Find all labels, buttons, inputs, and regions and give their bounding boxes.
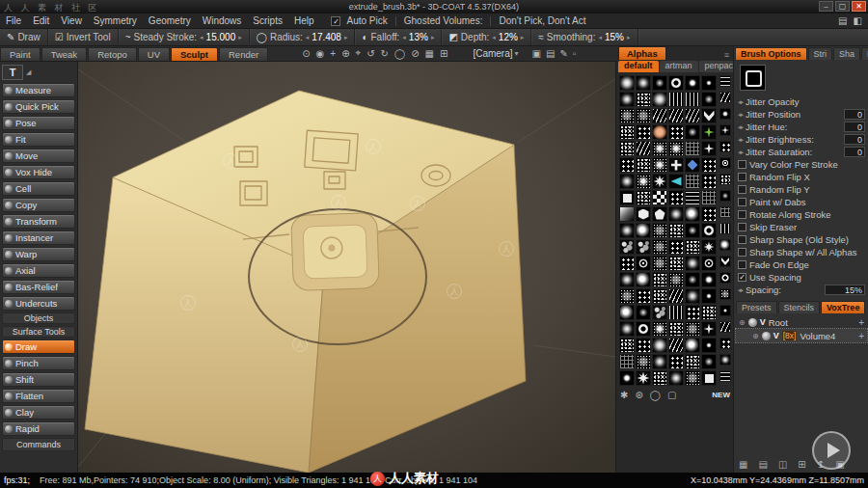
expand-icon[interactable]: ⊕ [739, 318, 746, 327]
alpha-cell[interactable] [619, 239, 635, 255]
alpha-strip-cell[interactable] [719, 256, 731, 267]
alpha-strip-cell[interactable] [719, 239, 731, 251]
alpha-cell[interactable] [652, 370, 667, 386]
alpha-cell[interactable] [701, 305, 717, 320]
alpha-cell[interactable] [668, 338, 684, 353]
alpha-strip-cell[interactable] [719, 370, 731, 382]
alpha-cell[interactable] [668, 92, 684, 107]
alphas-subtab-artman[interactable]: artman [660, 61, 698, 72]
spinner-left-icon[interactable]: ◂ [598, 34, 602, 41]
alpha-cell[interactable] [636, 272, 651, 287]
alpha-cell[interactable] [652, 256, 667, 271]
alpha-cell[interactable] [636, 206, 651, 222]
option-random-flip-y[interactable]: Random Flip Y [736, 183, 867, 196]
alpha-cell[interactable] [619, 272, 635, 287]
alphas-footer-icon-1[interactable]: ⊛ [635, 390, 642, 400]
slider-jitter-hue[interactable]: ◂▸Jitter Hue:0 [736, 121, 867, 133]
alpha-cell[interactable] [685, 124, 700, 140]
tool-copy[interactable]: Copy [2, 198, 75, 212]
alpha-cell[interactable] [701, 354, 717, 369]
option-sharp-shape-w-all-alphas[interactable]: Sharp Shape w/ All Alphas [736, 246, 867, 258]
brush-tab-stri[interactable]: Stri [808, 47, 833, 60]
text-tool-button[interactable]: T [2, 65, 23, 80]
alpha-cell[interactable] [619, 288, 635, 304]
menubar-icon-1[interactable]: ◧ [854, 15, 862, 26]
panel-footer-icon-1[interactable]: ▤ [758, 459, 767, 470]
menu-windows[interactable]: Windows [197, 15, 248, 26]
panel-menu-icon[interactable]: ≡ [724, 50, 729, 60]
title-bar[interactable]: 人 人 素 材 社 区 extrude_brush.3b* - 3D-COAT … [0, 0, 868, 14]
alpha-cell[interactable] [685, 108, 700, 123]
alpha-cell[interactable] [668, 75, 684, 91]
alpha-strip-cell[interactable] [719, 272, 731, 284]
tool-draw[interactable]: Draw [2, 339, 75, 354]
checkbox[interactable] [738, 235, 746, 244]
alpha-cell[interactable] [701, 108, 717, 123]
alpha-cell[interactable] [685, 190, 700, 205]
tool-fit[interactable]: Fit [2, 132, 75, 147]
alpha-cell[interactable] [685, 223, 700, 238]
alpha-cell[interactable] [619, 108, 635, 123]
spinner-right-icon[interactable]: ▸ [344, 34, 348, 41]
surface-tools-section-header[interactable]: Surface Tools [2, 326, 75, 338]
alpha-cell[interactable] [701, 321, 717, 337]
expand-icon[interactable]: ⊕ [752, 332, 759, 340]
alpha-cell[interactable] [636, 370, 651, 386]
alpha-cell[interactable] [636, 92, 651, 107]
alphas-footer-icon-3[interactable]: ▢ [667, 390, 676, 400]
tab-retopo[interactable]: Retopo [88, 47, 137, 61]
alpha-cell[interactable] [636, 174, 651, 189]
checkbox[interactable] [738, 223, 746, 231]
tab-tweak[interactable]: Tweak [41, 47, 87, 61]
tool-undercuts[interactable]: Undercuts [2, 296, 75, 311]
alpha-strip-cell[interactable] [719, 354, 731, 366]
alpha-cell[interactable] [668, 288, 684, 304]
alpha-cell[interactable] [701, 223, 717, 238]
alpha-cell[interactable] [619, 223, 635, 238]
alpha-cell[interactable] [619, 338, 635, 353]
alpha-cell[interactable] [652, 190, 667, 205]
alpha-cell[interactable] [668, 108, 684, 123]
alpha-cell[interactable] [652, 305, 667, 320]
checkbox[interactable] [738, 173, 746, 181]
option-fade-on-edge[interactable]: Fade On Edge [736, 258, 867, 271]
alpha-cell[interactable] [652, 75, 667, 91]
option-paint-w-dabs[interactable]: Paint w/ Dabs [736, 196, 867, 208]
spacing-slider[interactable]: ◂▸Spacing:15% [736, 284, 867, 296]
alpha-cell[interactable] [701, 75, 717, 91]
tab-uv[interactable]: UV [138, 47, 170, 61]
brush-tab-brush-options[interactable]: Brush Options [735, 47, 807, 60]
alpha-cell[interactable] [685, 256, 700, 271]
commands-header[interactable]: Commands [2, 438, 75, 451]
tool-cell[interactable]: Cell [2, 181, 75, 196]
alpha-cell[interactable] [685, 206, 700, 222]
alpha-strip-cell[interactable] [719, 338, 731, 349]
alpha-cell[interactable] [652, 288, 667, 304]
tool-vox-hide[interactable]: Vox Hide [2, 165, 75, 179]
checkbox[interactable]: ✓ [738, 273, 746, 282]
alpha-cell[interactable] [668, 141, 684, 156]
alpha-cell[interactable] [701, 272, 717, 287]
alpha-cell[interactable] [619, 305, 635, 320]
add-volume-icon[interactable]: + [858, 331, 864, 341]
tool-clay[interactable]: Clay [2, 405, 75, 420]
panel-footer-icon-0[interactable]: ▦ [739, 459, 747, 470]
tab-render[interactable]: Render [219, 47, 268, 61]
tool-transform[interactable]: Transform [2, 214, 75, 229]
tool-move[interactable]: Move [2, 149, 75, 163]
alpha-cell[interactable] [685, 354, 700, 369]
alpha-cell[interactable] [619, 92, 635, 107]
view-icon-5[interactable]: ↺ [366, 48, 374, 59]
brush-shape-preview[interactable] [740, 65, 766, 91]
alpha-cell[interactable] [685, 141, 700, 156]
alpha-cell[interactable] [619, 370, 635, 386]
alpha-cell[interactable] [652, 124, 667, 140]
view-icon-9[interactable]: ▦ [425, 48, 434, 59]
tool-pinch[interactable]: Pinch [2, 356, 75, 370]
alpha-strip-cell[interactable] [719, 305, 731, 316]
alpha-cell[interactable] [652, 338, 667, 353]
alpha-cell[interactable] [619, 321, 635, 337]
alpha-cell[interactable] [685, 272, 700, 287]
slider-jitter-position[interactable]: ◂▸Jitter Position0 [736, 108, 867, 121]
spinner-left-icon[interactable]: ◂ [306, 34, 310, 41]
